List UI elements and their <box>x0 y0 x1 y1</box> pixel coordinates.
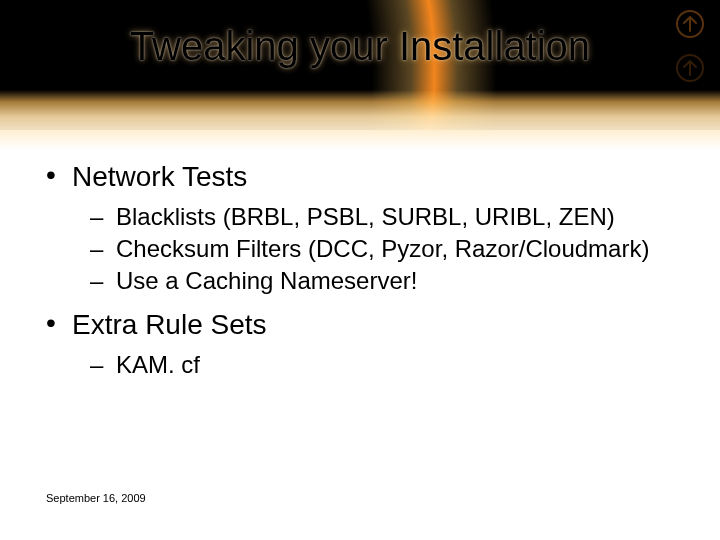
slide-body: Network Tests Blacklists (BRBL, PSBL, SU… <box>46 155 690 383</box>
slide: Tweaking your Installation Network Tests… <box>0 0 720 540</box>
subbullet-checksum-filters: Checksum Filters (DCC, Pyzor, Razor/Clou… <box>46 235 690 263</box>
slide-title: Tweaking your Installation <box>0 24 720 69</box>
bullet-network-tests: Network Tests <box>46 161 690 193</box>
subbullet-caching-nameserver: Use a Caching Nameserver! <box>46 267 690 295</box>
subbullet-kam-cf: KAM. cf <box>46 351 690 379</box>
footer-date: September 16, 2009 <box>46 492 146 504</box>
bullet-extra-rule-sets: Extra Rule Sets <box>46 309 690 341</box>
subbullet-blacklists: Blacklists (BRBL, PSBL, SURBL, URIBL, ZE… <box>46 203 690 231</box>
